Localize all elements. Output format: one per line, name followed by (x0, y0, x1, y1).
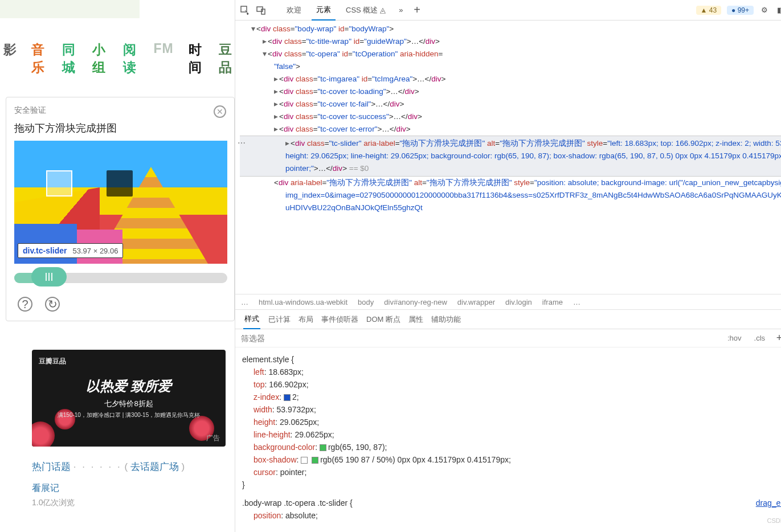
captcha-slider-handle[interactable] (31, 267, 67, 287)
elements-tree[interactable]: ▾<div class="body-wrap" id="bodyWrap"> ▸… (235, 21, 781, 294)
tooltip-dimensions: 53.97 × 29.06 (73, 247, 118, 255)
cls-toggle[interactable]: .cls (751, 333, 769, 343)
nav-movie[interactable]: 影 (3, 41, 17, 76)
hot-topics-header: 热门话题 · · · · · · ( 去话题广场 ) (32, 460, 235, 473)
crumb[interactable]: … (573, 298, 580, 306)
refresh-icon[interactable]: ↻ (45, 297, 60, 312)
color-swatch-icon[interactable] (320, 444, 326, 451)
dom-node-selected[interactable]: ⋯ ▸<div class="tc-slider" aria-label="拖动… (240, 136, 781, 177)
new-style-rule-icon[interactable]: + (774, 333, 781, 343)
nav-read[interactable]: 阅读 (123, 41, 139, 76)
paren: ) (179, 461, 185, 472)
styles-inspector[interactable]: element.style { left: 18.683px; top: 166… (235, 347, 781, 532)
website-pane: 影 音乐 同城 小组 阅读 FM 时间 豆品 安全验证 ✕ 拖动下方滑块完成拼图… (0, 0, 235, 532)
hov-toggle[interactable]: :hov (724, 333, 745, 343)
captcha-instruction: 拖动下方滑块完成拼图 (14, 121, 226, 135)
devtools-tabbar: 欢迎 元素 CSS 概述 ◬ » + ▲ 43 ● 99+ ⚙ ◧ ⋯ ✕ (235, 0, 781, 21)
tab-properties[interactable]: 属性 (408, 314, 423, 325)
topic-view-count: 1.0亿次浏览 (32, 498, 235, 508)
dom-node[interactable]: ▾<div class="body-wrap" id="bodyWrap"> (240, 23, 781, 35)
captcha-header: 安全验证 (14, 105, 226, 116)
puzzle-piece[interactable] (46, 170, 72, 197)
crumb[interactable]: … (241, 298, 248, 306)
tab-accessibility[interactable]: 辅助功能 (431, 314, 461, 325)
source-link[interactable]: drag_ele.html:23 (756, 497, 781, 509)
add-tab-icon[interactable]: + (412, 5, 422, 15)
captcha-footer: ? ↻ (14, 288, 226, 315)
tab-elements[interactable]: 元素 (312, 0, 336, 21)
css-selector: element.style { (242, 353, 781, 366)
dom-node[interactable]: ▸<div class="tc-cover tc-loading">…</div… (240, 85, 781, 98)
paren: ( (124, 461, 130, 472)
crumb[interactable]: div.login (505, 298, 532, 306)
tab-layout[interactable]: 布局 (299, 314, 313, 325)
ad-subtitle2: 满150-10，加赠冷感口罩 | 满300-15，加赠遇见你马克杯 (32, 411, 226, 419)
nav-group[interactable]: 小组 (92, 41, 108, 76)
elements-breadcrumb[interactable]: … html.ua-windows.ua-webkit body div#ano… (235, 294, 781, 310)
crumb[interactable]: div.wrapper (457, 298, 495, 306)
nav-fm[interactable]: FM (154, 41, 174, 76)
puzzle-hole (107, 170, 133, 197)
dom-node[interactable]: ▸<div class="tc-imgarea" id="tcImgArea">… (240, 73, 781, 85)
crumb[interactable]: body (358, 298, 374, 306)
ad-subtitle: 七夕特价8折起 (32, 399, 226, 409)
dock-side-icon[interactable]: ◧ (775, 5, 781, 15)
nav-time[interactable]: 时间 (189, 41, 205, 76)
devtools-pane: 欢迎 元素 CSS 概述 ◬ » + ▲ 43 ● 99+ ⚙ ◧ ⋯ ✕ ▾<… (235, 0, 781, 532)
help-icon[interactable]: ? (18, 297, 32, 312)
dots: · · · · · · (73, 461, 122, 472)
css-rule[interactable]: element.style { left: 18.683px; top: 166… (242, 353, 781, 491)
dom-node[interactable]: ▸<div class="tc-title-wrap" id="guideWra… (240, 35, 781, 48)
tab-computed[interactable]: 已计算 (268, 314, 291, 325)
value-swatch-icon[interactable] (284, 394, 291, 401)
topic-link[interactable]: 看展记 (32, 482, 235, 494)
ad-title: 以热爱 致所爱 (32, 377, 226, 395)
styles-tabbar: 样式 已计算 布局 事件侦听器 DOM 断点 属性 辅助功能 (235, 310, 781, 329)
dom-node[interactable]: ▾<div class="tc-opera" id="tcOperation" … (240, 48, 781, 73)
tab-css-overview[interactable]: CSS 概述 ◬ (341, 1, 390, 20)
more-tabs-icon[interactable]: » (396, 5, 406, 15)
crumb[interactable]: div#anony-reg-new (384, 298, 447, 306)
styles-filter-bar: :hov .cls + 🖥 ▣ (235, 329, 781, 347)
hot-topics-label: 热门话题 (32, 461, 71, 472)
inspect-element-icon[interactable] (240, 5, 250, 15)
dom-node[interactable]: ▸<div class="tc-cover tc-error">…</div> (240, 123, 781, 136)
device-toggle-icon[interactable] (256, 5, 266, 15)
inspector-tooltip: div.tc-slider 53.97 × 29.06 (18, 243, 123, 258)
ad-logo: 豆瓣豆品 (39, 357, 66, 366)
crumb[interactable]: html.ua-windows.ua-webkit (259, 298, 347, 306)
watermark: CSDN @id_hao (767, 517, 781, 524)
ad-label: 广告 (206, 433, 220, 443)
dom-node[interactable]: <div aria-label="拖动下方滑块完成拼图" alt="拖动下方滑块… (240, 177, 781, 214)
css-close-brace: } (242, 478, 781, 491)
tab-event-listeners[interactable]: 事件侦听器 (321, 314, 358, 325)
captcha-card: 安全验证 ✕ 拖动下方滑块完成拼图 div.tc-slider 53.97 × … (6, 97, 235, 321)
nav-music[interactable]: 音乐 (31, 41, 47, 76)
go-topic-square-link[interactable]: 去话题广场 (130, 461, 179, 472)
settings-gear-icon[interactable]: ⚙ (759, 5, 770, 15)
captcha-close-button[interactable]: ✕ (214, 105, 226, 118)
captcha-slider-track[interactable] (14, 273, 227, 283)
top-strip (0, 0, 140, 18)
tab-welcome[interactable]: 欢迎 (282, 1, 306, 20)
crumb[interactable]: iframe (542, 298, 563, 306)
ad-banner[interactable]: 豆瓣豆品 以热爱 致所爱 七夕特价8折起 满150-10，加赠冷感口罩 | 满3… (32, 350, 226, 447)
row-actions-icon[interactable]: ⋯ (238, 137, 246, 150)
tooltip-selector: div.tc-slider (23, 246, 67, 255)
styles-filter-input[interactable] (241, 334, 718, 343)
css-selector: .body-wrap .tc-opera .tc-slider { (242, 497, 781, 509)
decoration (32, 421, 55, 447)
tab-dom-breakpoints[interactable]: DOM 断点 (366, 314, 400, 325)
dom-node[interactable]: ▸<div class="tc-cover tc-success">…</div… (240, 111, 781, 123)
nav-doupin[interactable]: 豆品 (219, 41, 235, 76)
shadow-editor-icon[interactable] (301, 457, 308, 464)
warning-count-badge[interactable]: ▲ 43 (696, 6, 722, 15)
captcha-image: div.tc-slider 53.97 × 29.06 (14, 141, 227, 264)
dom-node[interactable]: ▸<div class="tc-cover tc-fail">…</div> (240, 98, 781, 111)
tab-styles[interactable]: 样式 (243, 310, 260, 329)
nav-local[interactable]: 同城 (62, 41, 78, 76)
navbar: 影 音乐 同城 小组 阅读 FM 时间 豆品 (0, 41, 235, 76)
color-swatch-icon[interactable] (312, 457, 318, 464)
info-count-badge[interactable]: ● 99+ (727, 6, 754, 15)
css-rule[interactable]: drag_ele.html:23 .body-wrap .tc-opera .t… (242, 497, 781, 522)
